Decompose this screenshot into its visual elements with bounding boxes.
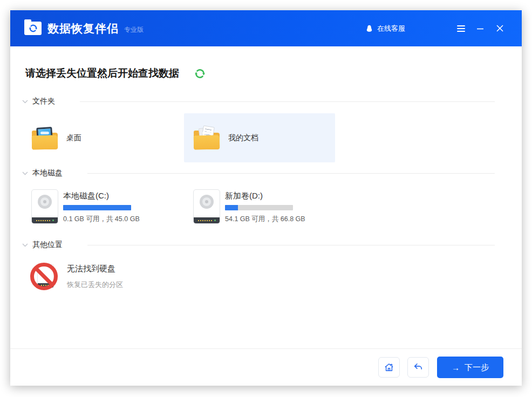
disk-list: 本地磁盘(C:) 0.1 GB 可用，共 45.0 GB 新加卷(D:) 54.… [22, 189, 495, 232]
disk-usage-text: 0.1 GB 可用，共 45.0 GB [63, 215, 140, 224]
refresh-button[interactable] [194, 68, 206, 79]
disk-usage-bar [225, 205, 293, 210]
undo-icon [413, 362, 424, 373]
disk-name: 新加卷(D:) [225, 191, 305, 201]
home-button[interactable] [378, 357, 400, 378]
edition-badge: 专业版 [124, 25, 144, 35]
section-label-other: 其他位置 [32, 240, 63, 250]
section-divider [87, 173, 495, 174]
documents-folder-icon [194, 127, 221, 149]
footer-bar: → 下一步 [10, 348, 522, 386]
minimize-icon [476, 25, 484, 32]
online-support-label: 在线客服 [377, 24, 405, 33]
hard-drive-icon [31, 189, 58, 224]
folder-list: 桌面 我的文档 [22, 113, 495, 162]
app-window: 数据恢复伴侣 专业版 在线客服 [10, 10, 522, 386]
section-divider [80, 101, 495, 102]
no-drive-found-icon [30, 261, 59, 292]
page-title: 请选择丢失位置然后开始查找数据 [25, 66, 179, 80]
close-button[interactable] [492, 20, 508, 37]
folder-item-label: 桌面 [66, 133, 81, 143]
lost-partition-title: 无法找到硬盘 [67, 264, 123, 274]
disk-name: 本地磁盘(C:) [63, 191, 140, 201]
back-button[interactable] [407, 357, 429, 378]
chevron-down-icon [22, 100, 28, 104]
other-location-list: 无法找到硬盘 恢复已丢失的分区 [22, 261, 495, 292]
minimize-button[interactable] [472, 20, 488, 37]
section-divider [87, 245, 495, 245]
next-step-button[interactable]: → 下一步 [437, 357, 503, 378]
section-header-disks[interactable]: 本地磁盘 [22, 168, 495, 178]
qq-penguin-icon [365, 24, 373, 33]
lost-partition-item[interactable]: 无法找到硬盘 恢复已丢失的分区 [22, 261, 123, 292]
titlebar: 数据恢复伴侣 专业版 在线客服 [10, 10, 522, 46]
disk-item-c[interactable]: 本地磁盘(C:) 0.1 GB 可用，共 45.0 GB [22, 189, 173, 232]
section-label-folders: 文件夹 [32, 97, 55, 106]
online-support-button[interactable]: 在线客服 [365, 24, 405, 33]
app-title: 数据恢复伴侣 [47, 21, 119, 36]
chevron-down-icon [22, 243, 28, 247]
chevron-down-icon [22, 172, 28, 175]
arrow-right-icon: → [452, 363, 460, 372]
folder-item-label: 我的文档 [228, 133, 258, 143]
close-icon [496, 25, 503, 32]
section-header-folders[interactable]: 文件夹 [22, 97, 495, 106]
hamburger-icon [457, 25, 465, 32]
folder-item-documents[interactable]: 我的文档 [184, 113, 335, 162]
desktop-folder-icon [32, 127, 59, 149]
disk-usage-bar [63, 205, 131, 210]
main-content: 请选择丢失位置然后开始查找数据 文件夹 [10, 46, 522, 292]
lost-partition-subtitle: 恢复已丢失的分区 [67, 280, 123, 290]
menu-button[interactable] [453, 20, 469, 37]
next-step-label: 下一步 [465, 362, 489, 373]
titlebar-controls: 在线客服 [365, 20, 508, 37]
disk-item-d[interactable]: 新加卷(D:) 54.1 GB 可用，共 66.8 GB [184, 189, 335, 232]
hard-drive-icon [193, 189, 220, 224]
section-header-other[interactable]: 其他位置 [22, 240, 495, 250]
home-icon [384, 362, 394, 373]
app-logo [24, 22, 42, 35]
section-label-disks: 本地磁盘 [32, 168, 63, 178]
folder-item-desktop[interactable]: 桌面 [22, 113, 173, 162]
sync-icon [29, 24, 38, 33]
disk-usage-text: 54.1 GB 可用，共 66.8 GB [225, 215, 305, 224]
